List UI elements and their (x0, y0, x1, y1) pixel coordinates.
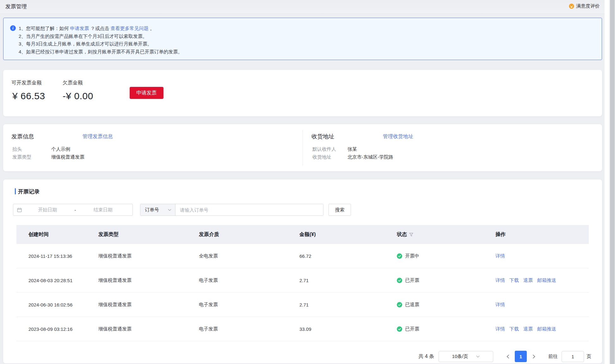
invoice-info-title: 发票信息 (11, 133, 34, 140)
status-check-icon (397, 253, 402, 259)
action-detail-link[interactable]: 详情 (495, 277, 505, 283)
invoice-header-value: 个人示例 (51, 146, 70, 152)
action-detail-link[interactable]: 详情 (495, 253, 505, 259)
chevron-down-icon (168, 209, 171, 211)
owed-amount-label: 欠票金额 (63, 80, 83, 86)
cell-amount: 2.71 (299, 302, 397, 307)
tips-alert: i 1、您可能想了解：如何 申请发票 ？或点击 查看更多常见问题 。 2、当月产… (3, 18, 602, 60)
table-row: 2024-08-03 20:28:51 增值税普通发票 电子发票 2.71 已开… (16, 268, 589, 293)
records-title: 开票记录 (18, 188, 40, 195)
manage-invoice-info-link[interactable]: 管理发票信息 (83, 133, 113, 140)
cell-created: 2024-08-03 20:28:51 (28, 278, 98, 283)
cell-invoice-type: 增值税普通发票 (98, 253, 199, 259)
order-filter-group: 订单号 (140, 204, 323, 216)
cell-amount: 2.71 (299, 278, 397, 283)
invoiceable-amount-label: 可开发票金额 (11, 80, 42, 86)
status-check-icon (397, 278, 402, 283)
tips-lines: 1、您可能想了解：如何 申请发票 ？或点击 查看更多常见问题 。 2、当月产生的… (19, 25, 182, 56)
cell-invoice-medium: 电子发票 (199, 326, 299, 332)
current-page-button[interactable]: 1 (515, 351, 527, 362)
table-header-row: 创建时间 发票类型 发票介质 金额(¥) 状态 操作 (16, 225, 589, 244)
status-badge: 已退票 (405, 302, 419, 308)
invoice-records-card: 开票记录 开始日期 - 结束日期 订单号 (3, 179, 602, 363)
end-date-placeholder[interactable]: 结束日期 (77, 207, 129, 213)
tip-line-1: 1、您可能想了解：如何 申请发票 ？或点击 查看更多常见问题 。 (19, 25, 182, 33)
manage-shipping-address-link[interactable]: 管理收货地址 (383, 133, 413, 140)
tip1-suffix: 。 (149, 26, 155, 31)
cell-amount: 33.09 (299, 326, 397, 332)
date-range-picker[interactable]: 开始日期 - 结束日期 (13, 204, 133, 216)
cell-created: 2023-08-09 03:12:16 (28, 326, 98, 332)
satisfaction-label: 满意度评价 (576, 3, 600, 9)
tip-line-2: 2、当月产生的按需产品账单在下个月3日后才可以索取发票。 (19, 33, 182, 40)
header-invoice-type: 发票类型 (98, 231, 199, 238)
action-download-link[interactable]: 下载 (509, 326, 519, 332)
apply-invoice-button[interactable]: 申请发票 (130, 87, 163, 99)
start-date-placeholder[interactable]: 开始日期 (22, 207, 73, 213)
cell-invoice-type: 增值税普通发票 (98, 326, 199, 332)
apply-invoice-link[interactable]: 申请发票 (70, 26, 89, 31)
filter-funnel-icon[interactable] (409, 233, 413, 237)
next-page-icon[interactable] (531, 351, 537, 362)
page-size-select[interactable]: 10条/页 (439, 351, 493, 362)
chevron-down-icon (476, 355, 480, 358)
invoice-header-label: 抬头 (12, 146, 22, 152)
action-email-push-link[interactable]: 邮箱推送 (537, 277, 556, 283)
section-divider (303, 130, 303, 166)
cell-invoice-type: 增值税普通发票 (98, 277, 199, 283)
faq-link[interactable]: 查看更多常见问题 (111, 26, 149, 31)
page-header: 发票管理 满意度评价 (0, 0, 609, 14)
goto-page-label: 前往 (548, 354, 558, 360)
action-detail-link[interactable]: 详情 (495, 326, 505, 332)
status-badge: 已开票 (405, 277, 419, 283)
default-recipient-value: 张某 (347, 146, 357, 152)
order-number-input[interactable] (175, 204, 323, 215)
cell-invoice-medium: 电子发票 (199, 302, 299, 308)
cell-created: 2024-11-17 15:13:36 (28, 253, 98, 259)
tip-line-3: 3、每月3日生成上月账单，账单生成后才可以进行月账单开票。 (19, 40, 182, 48)
action-email-push-link[interactable]: 邮箱推送 (537, 326, 556, 332)
invoice-info-card: 发票信息 管理发票信息 抬头 个人示例 发票类型 增值税普通发票 收货地址 管理… (3, 124, 602, 171)
invoice-type-value: 增值税普通发票 (51, 154, 84, 160)
status-badge: 开票中 (405, 253, 419, 259)
order-field-selected-value: 订单号 (145, 207, 168, 213)
action-download-link[interactable]: 下载 (509, 277, 519, 283)
date-range-separator: - (73, 207, 77, 213)
action-refund-link[interactable]: 退票 (523, 277, 533, 283)
page-unit-label: 页 (587, 354, 591, 360)
pagination: 共 4 条 10条/页 1 前往 页 (3, 350, 602, 363)
order-field-select[interactable]: 订单号 (140, 204, 175, 215)
cell-invoice-medium: 全电发票 (199, 253, 299, 259)
scrollbar-gutter (605, 0, 609, 364)
goto-page-input[interactable] (562, 351, 584, 362)
satisfaction-smiley-icon (569, 3, 574, 9)
search-button[interactable]: 搜索 (329, 204, 351, 216)
vertical-scrollbar[interactable] (609, 0, 615, 364)
status-badge: 已开票 (405, 326, 419, 332)
shipping-address-label: 收货地址 (312, 154, 331, 160)
action-refund-link[interactable]: 退票 (523, 326, 533, 332)
default-recipient-label: 默认收件人 (312, 146, 336, 152)
owed-amount-value: -¥ 0.00 (63, 91, 93, 101)
status-check-icon (397, 326, 402, 332)
invoiceable-amount-value: ¥ 66.53 (12, 91, 45, 101)
scrollbar-thumb[interactable] (610, 0, 615, 364)
calendar-icon (17, 208, 22, 212)
table-row: 2024-06-30 16:02:56 增值税普通发票 电子发票 2.71 已退… (16, 293, 589, 317)
records-filters: 开始日期 - 结束日期 订单号 搜索 (3, 204, 602, 216)
total-count-label: 共 4 条 (418, 353, 434, 360)
prev-page-icon[interactable] (505, 351, 511, 362)
shipping-address-value: 北京市-东城区-学院路 (347, 154, 393, 160)
satisfaction-survey-button[interactable]: 满意度评价 (569, 3, 600, 9)
action-detail-link[interactable]: 详情 (495, 302, 505, 308)
invoice-type-label: 发票类型 (12, 154, 31, 160)
tip1-prefix: 1、您可能想了解：如何 (19, 26, 70, 31)
cell-invoice-type: 增值税普通发票 (98, 302, 199, 308)
section-accent-bar (15, 188, 16, 194)
invoice-management-page: 发票管理 满意度评价 i 1、您可能想了解：如何 申请发票 ？或点击 查看更多常… (0, 0, 615, 364)
header-status: 状态 (397, 231, 407, 238)
header-invoice-medium: 发票介质 (199, 231, 299, 238)
header-amount: 金额(¥) (299, 231, 397, 238)
header-actions: 操作 (495, 231, 589, 238)
page-size-value: 10条/页 (452, 354, 468, 360)
